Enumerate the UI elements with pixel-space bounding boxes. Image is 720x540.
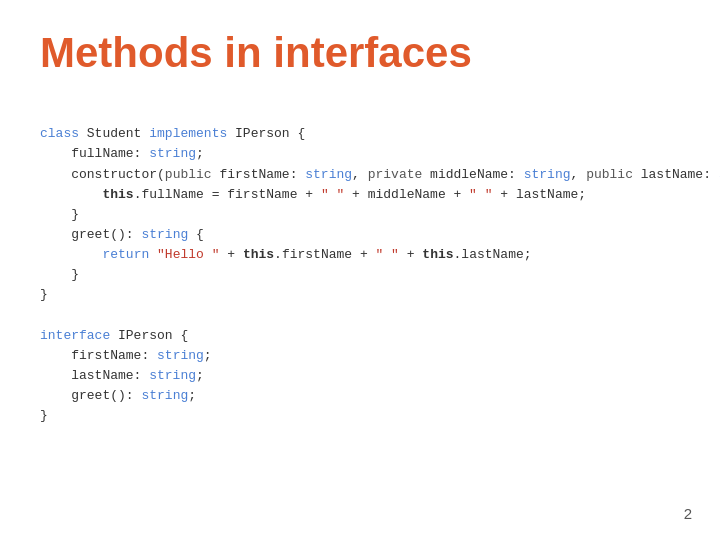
slide-title: Methods in interfaces bbox=[40, 30, 680, 76]
slide: Methods in interfaces class Student impl… bbox=[0, 0, 720, 540]
page-number: 2 bbox=[684, 505, 692, 522]
code-block: class Student implements IPerson { fullN… bbox=[40, 104, 680, 446]
